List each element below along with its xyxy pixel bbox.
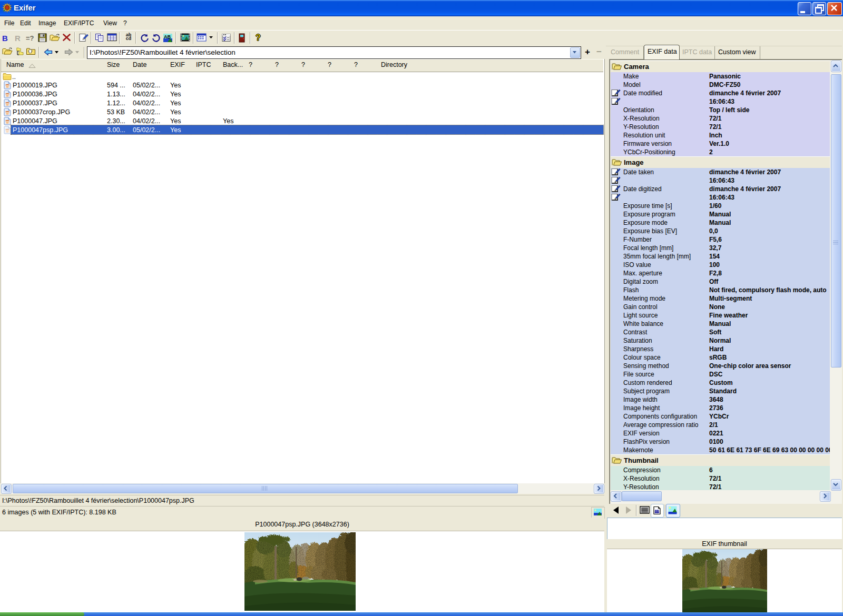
svg-text:AB: AB	[164, 34, 171, 39]
